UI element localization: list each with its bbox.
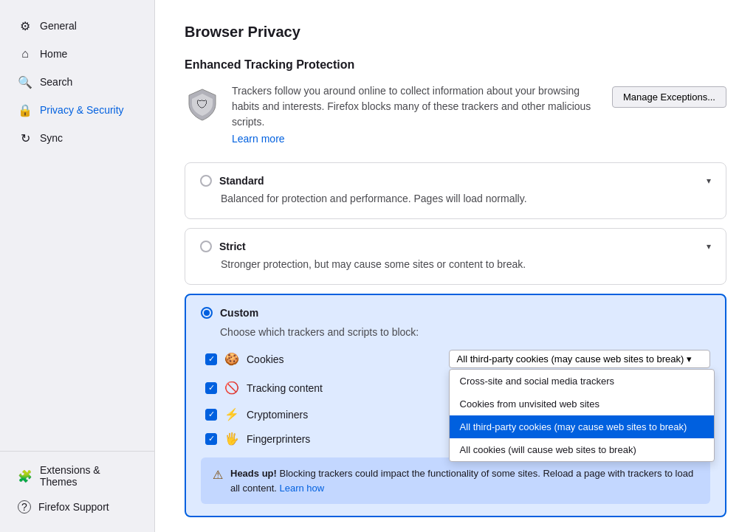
custom-subtitle: Choose which trackers and scripts to blo… bbox=[220, 326, 710, 338]
search-icon: 🔍 bbox=[18, 75, 32, 89]
strict-chevron: ▾ bbox=[707, 241, 711, 252]
home-icon: ⌂ bbox=[18, 46, 32, 61]
etp-desc-text: Trackers follow you around online to col… bbox=[232, 83, 600, 130]
fingerprinters-label: Fingerprinters bbox=[247, 433, 310, 445]
sidebar-label-privacy: Privacy & Security bbox=[40, 104, 124, 116]
sidebar-item-general[interactable]: ⚙ General bbox=[6, 13, 148, 39]
sidebar-item-support[interactable]: ? Firefox Support bbox=[6, 494, 148, 519]
etp-header: 🛡 Trackers follow you around online to c… bbox=[185, 83, 726, 145]
sidebar-label-extensions: Extensions & Themes bbox=[40, 464, 137, 488]
cookies-popup: Cross-site and social media trackers Coo… bbox=[449, 369, 715, 462]
sidebar-label-home: Home bbox=[40, 48, 67, 60]
custom-radio[interactable] bbox=[201, 307, 213, 319]
strict-radio[interactable] bbox=[200, 241, 212, 252]
sidebar: ⚙ General ⌂ Home 🔍 Search 🔒 Privacy & Se… bbox=[0, 0, 155, 532]
cookies-dropdown-button[interactable]: All third-party cookies (may cause web s… bbox=[449, 350, 710, 368]
svg-text:🛡: 🛡 bbox=[196, 98, 208, 111]
crypto-icon: ⚡ bbox=[224, 407, 239, 421]
tracker-row-cookies: 🍪 Cookies All third-party cookies (may c… bbox=[205, 350, 710, 368]
sidebar-item-home[interactable]: ⌂ Home bbox=[6, 41, 148, 67]
warning-icon: ⚠ bbox=[213, 468, 223, 482]
extensions-icon: 🧩 bbox=[18, 469, 32, 483]
cookie-option-all[interactable]: All cookies (will cause web sites to bre… bbox=[450, 438, 714, 461]
custom-label: Custom bbox=[220, 307, 258, 319]
strict-desc: Stronger protection, but may cause some … bbox=[221, 257, 711, 272]
lock-icon: 🔒 bbox=[18, 103, 32, 117]
sidebar-item-search[interactable]: 🔍 Search bbox=[6, 69, 148, 95]
sidebar-item-extensions[interactable]: 🧩 Extensions & Themes bbox=[6, 458, 148, 494]
custom-header: Custom bbox=[201, 307, 710, 319]
section-title: Enhanced Tracking Protection bbox=[185, 58, 726, 72]
standard-desc: Balanced for protection and performance.… bbox=[221, 191, 711, 207]
strict-label: Strict bbox=[219, 241, 246, 252]
sidebar-label-general: General bbox=[40, 20, 77, 32]
manage-exceptions-button[interactable]: Manage Exceptions... bbox=[612, 86, 726, 108]
strict-option[interactable]: Strict ▾ Stronger protection, but may ca… bbox=[185, 228, 726, 285]
custom-section: Custom Choose which trackers and scripts… bbox=[185, 294, 726, 517]
standard-chevron: ▾ bbox=[707, 176, 711, 186]
fingerprinters-icon: 🖐 bbox=[224, 432, 239, 446]
page-title: Browser Privacy bbox=[185, 24, 726, 41]
sidebar-label-support: Firefox Support bbox=[38, 501, 109, 513]
heads-up-title: Heads up! bbox=[230, 468, 277, 479]
main-content: Browser Privacy Enhanced Tracking Protec… bbox=[155, 0, 756, 532]
tracking-label: Tracking content bbox=[247, 382, 323, 394]
standard-option[interactable]: Standard ▾ Balanced for protection and p… bbox=[185, 162, 726, 219]
fingerprinters-checkbox[interactable] bbox=[205, 433, 217, 445]
cookies-checkbox[interactable] bbox=[205, 353, 217, 365]
cookie-option-cross-site[interactable]: Cross-site and social media trackers bbox=[450, 370, 714, 393]
cookies-label: Cookies bbox=[247, 353, 284, 365]
support-icon: ? bbox=[18, 500, 31, 514]
crypto-checkbox[interactable] bbox=[205, 409, 217, 421]
cookies-icon: 🍪 bbox=[224, 352, 239, 366]
etp-description: Trackers follow you around online to col… bbox=[232, 83, 600, 145]
cookie-option-unvisited[interactable]: Cookies from unvisited web sites bbox=[450, 393, 714, 415]
shield-icon: 🛡 bbox=[185, 86, 220, 122]
gear-icon: ⚙ bbox=[18, 18, 32, 33]
heads-up-banner: ⚠ Heads up! Blocking trackers could impa… bbox=[201, 457, 710, 504]
tracking-checkbox[interactable] bbox=[205, 382, 217, 394]
cookie-option-third-party[interactable]: All third-party cookies (may cause web s… bbox=[450, 415, 714, 438]
learn-more-link[interactable]: Learn more bbox=[232, 133, 285, 145]
standard-label: Standard bbox=[219, 175, 264, 187]
sidebar-label-sync: Sync bbox=[40, 132, 63, 144]
crypto-label: Cryptominers bbox=[247, 409, 308, 421]
tracking-icon: 🚫 bbox=[224, 381, 239, 395]
standard-radio[interactable] bbox=[200, 175, 212, 187]
strict-label-row: Strict bbox=[200, 241, 246, 252]
sidebar-item-privacy[interactable]: 🔒 Privacy & Security bbox=[6, 97, 148, 123]
sync-icon: ↻ bbox=[18, 131, 32, 145]
learn-how-link[interactable]: Learn how bbox=[280, 483, 325, 494]
sidebar-item-sync[interactable]: ↻ Sync bbox=[6, 125, 148, 151]
standard-label-row: Standard bbox=[200, 175, 264, 187]
cookies-dropdown-wrapper: All third-party cookies (may cause web s… bbox=[449, 350, 710, 368]
sidebar-label-search: Search bbox=[40, 76, 72, 88]
